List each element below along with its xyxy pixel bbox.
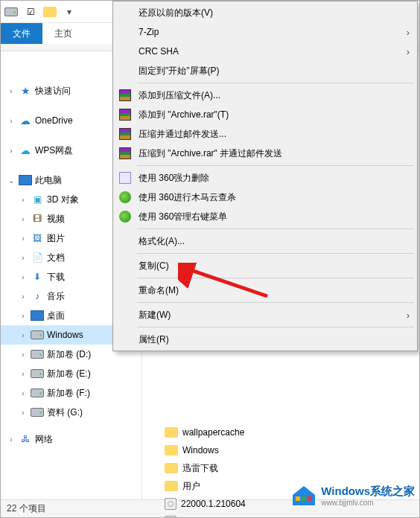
menu-360-manage-menu[interactable]: 使用 360管理右键菜单 — [115, 207, 416, 226]
tree-network[interactable]: › 🖧 网络 — [1, 429, 141, 449]
chevron-right-icon[interactable]: › — [19, 312, 28, 320]
tree-label: 新加卷 (E:) — [47, 368, 91, 380]
menu-add-archive[interactable]: 添加到压缩文件(A)... — [115, 86, 416, 105]
drive-icon — [31, 386, 44, 400]
menu-separator — [137, 302, 414, 303]
menu-properties[interactable]: 属性(R) — [115, 330, 416, 349]
menu-crc-sha[interactable]: CRC SHA› — [115, 42, 416, 61]
chevron-right-icon[interactable]: › — [19, 331, 28, 339]
context-menu: 还原以前的版本(V) 7-Zip› CRC SHA› 固定到"开始"屏幕(P) … — [112, 1, 418, 351]
file-name: 迅雷下载 — [182, 462, 218, 475]
menu-label: 压缩到 "Archive.rar" 并通过邮件发送 — [139, 147, 410, 160]
chevron-right-icon[interactable]: › — [19, 409, 28, 417]
menu-label: 新建(W) — [139, 309, 401, 322]
tab-home[interactable]: 主页 — [42, 23, 84, 44]
folder-icon — [165, 427, 178, 438]
chevron-down-icon[interactable]: ⌄ — [7, 176, 16, 185]
chevron-right-icon[interactable]: › — [19, 215, 28, 223]
menu-new[interactable]: 新建(W)› — [115, 305, 416, 324]
chevron-right-icon[interactable]: › — [7, 435, 16, 444]
menu-label: 属性(R) — [139, 333, 410, 346]
file-name: wallpapercache — [182, 427, 244, 438]
list-item[interactable]: wallpapercache — [142, 423, 419, 441]
file-name: 用户 — [182, 480, 200, 493]
tree-label: WPS网盘 — [35, 144, 73, 157]
chevron-right-icon[interactable]: › — [7, 117, 16, 125]
menu-rename[interactable]: 重命名(M) — [115, 281, 416, 300]
svg-rect-3 — [308, 496, 312, 501]
iso-icon — [165, 498, 176, 510]
chevron-right-icon: › — [407, 27, 410, 38]
tree-label: 新加卷 (F:) — [47, 387, 90, 400]
drive-icon — [31, 328, 44, 342]
list-item[interactable]: 迅雷下载 — [142, 459, 419, 477]
menu-label: 重命名(M) — [139, 284, 410, 297]
menu-label: 使用 360管理右键菜单 — [139, 211, 410, 223]
menu-label: 使用 360进行木马云查杀 — [139, 191, 410, 204]
tree-label: 下载 — [47, 271, 65, 284]
network-icon: 🖧 — [19, 432, 32, 446]
picture-icon: 🖼 — [31, 231, 44, 245]
file-name: 22000.1.210604 — [181, 499, 246, 509]
qat-folder-icon[interactable] — [42, 4, 57, 19]
chevron-right-icon[interactable]: › — [19, 254, 28, 262]
qat-properties-icon[interactable]: ☑ — [23, 4, 38, 19]
folder-icon — [165, 445, 178, 455]
tree-drive-f[interactable]: › 新加卷 (F:) — [1, 383, 141, 403]
tree-label: 网络 — [35, 433, 53, 446]
list-item[interactable]: 22000.1.21060 — [142, 513, 419, 518]
chevron-right-icon[interactable]: › — [19, 389, 28, 397]
file-name: Windows — [182, 445, 219, 455]
menu-compress-rar-email[interactable]: 压缩到 "Archive.rar" 并通过邮件发送 — [115, 144, 416, 163]
menu-format[interactable]: 格式化(A)... — [115, 231, 416, 251]
pc-icon — [19, 173, 32, 187]
music-icon: ♪ — [31, 290, 44, 303]
menu-label: 7-Zip — [139, 27, 401, 37]
chevron-right-icon[interactable]: › — [19, 234, 28, 243]
tab-file[interactable]: 文件 — [1, 23, 42, 44]
menu-separator — [137, 228, 414, 229]
menu-compress-email[interactable]: 压缩并通过邮件发送... — [115, 124, 416, 144]
chevron-right-icon[interactable]: › — [7, 147, 16, 155]
chevron-right-icon[interactable]: › — [19, 351, 28, 359]
tree-label: 3D 对象 — [47, 194, 79, 206]
winrar-icon — [119, 89, 131, 101]
menu-label: 使用 360强力删除 — [139, 172, 410, 185]
tree-label: 资料 (G:) — [47, 406, 83, 419]
download-icon: ⬇ — [31, 270, 44, 284]
tree-drive-e[interactable]: › 新加卷 (E:) — [1, 364, 141, 383]
chevron-right-icon[interactable]: › — [19, 370, 28, 378]
3d-icon: ▣ — [31, 193, 44, 206]
menu-360-trojan-scan[interactable]: 使用 360进行木马云查杀 — [115, 188, 416, 207]
tree-drive-g[interactable]: › 资料 (G:) — [1, 403, 141, 422]
winrar-icon — [119, 128, 131, 140]
menu-separator — [137, 253, 414, 254]
menu-label: CRC SHA — [139, 46, 401, 57]
menu-add-archive-rar[interactable]: 添加到 "Archive.rar"(T) — [115, 105, 416, 124]
chevron-right-icon[interactable]: › — [19, 273, 28, 281]
tree-label: OneDrive — [35, 115, 73, 126]
menu-360-force-delete[interactable]: 使用 360强力删除 — [115, 168, 416, 188]
menu-pin-start[interactable]: 固定到"开始"屏幕(P) — [115, 61, 416, 80]
chevron-right-icon[interactable]: › — [19, 292, 28, 301]
menu-label: 格式化(A)... — [139, 235, 410, 248]
tree-label: 音乐 — [47, 290, 65, 303]
list-item[interactable]: Windows — [142, 441, 419, 459]
360-icon — [119, 172, 131, 184]
winrar-icon — [119, 109, 131, 121]
tree-label: 新加卷 (D:) — [47, 348, 91, 361]
tree-label: 文档 — [47, 252, 65, 264]
menu-restore-previous[interactable]: 还原以前的版本(V) — [115, 3, 416, 22]
menu-7zip[interactable]: 7-Zip› — [115, 22, 416, 42]
tree-label: 视频 — [47, 213, 65, 226]
tree-label: 图片 — [47, 232, 65, 245]
chevron-right-icon[interactable]: › — [7, 87, 16, 95]
menu-separator — [137, 327, 414, 327]
watermark-title: Windows系统之家 — [321, 485, 415, 499]
menu-separator — [137, 165, 414, 166]
star-icon: ★ — [19, 84, 32, 97]
chevron-right-icon[interactable]: › — [19, 196, 28, 204]
menu-copy[interactable]: 复制(C) — [115, 256, 416, 275]
qat-dropdown-icon[interactable]: ▾ — [62, 4, 77, 19]
cloud-icon: ☁ — [19, 144, 32, 157]
